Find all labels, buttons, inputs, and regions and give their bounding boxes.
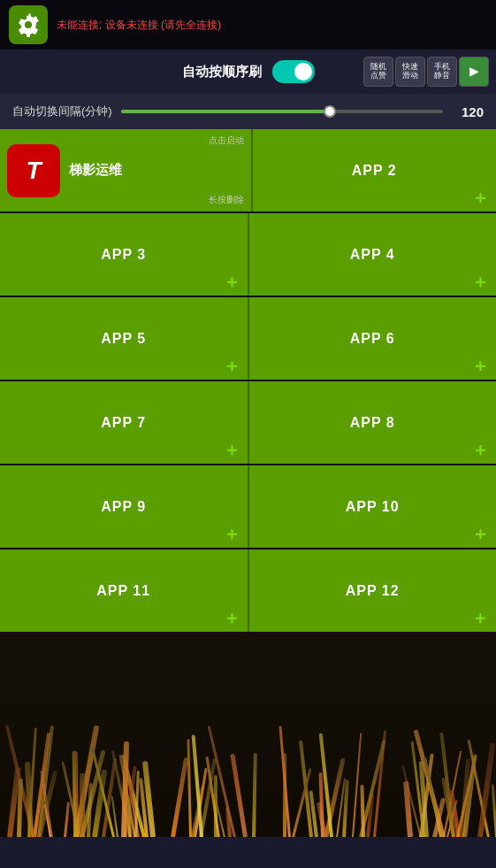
app-row-1: T 梯影运维 点击启动 长按删除 APP 2 ＋ — [0, 129, 496, 213]
fast-btn[interactable]: 快速 滑动 — [395, 57, 425, 87]
app-12-label: APP 12 — [346, 583, 400, 599]
app-row-4: APP 7 ＋ APP 8 ＋ — [0, 381, 496, 465]
app-row-6: APP 11 ＋ APP 12 ＋ — [0, 549, 496, 634]
app-10-label: APP 10 — [346, 499, 400, 515]
app-row-5: APP 9 ＋ APP 10 ＋ — [0, 465, 496, 549]
auto-label: 自动按顺序刷 — [182, 64, 262, 81]
app-4-label: APP 4 — [350, 247, 395, 263]
app-cell-2[interactable]: APP 2 ＋ — [253, 129, 497, 211]
interval-label: 自动切换间隔(分钟) — [12, 104, 112, 119]
app-row-2: APP 3 ＋ APP 4 ＋ — [0, 213, 496, 297]
app-3-label: APP 3 — [101, 247, 146, 263]
tiying-name: 梯影运维 — [69, 162, 122, 179]
app-cell-12[interactable]: APP 12 ＋ — [249, 549, 497, 632]
app-4-add-icon: ＋ — [471, 273, 489, 290]
app-cell-11[interactable]: APP 11 ＋ — [0, 549, 249, 632]
interval-value: 120 — [452, 104, 484, 119]
app-row-3: APP 5 ＋ APP 6 ＋ — [0, 297, 496, 381]
interval-slider[interactable] — [121, 110, 443, 113]
toggle-knob — [294, 63, 312, 81]
app-2-label: APP 2 — [352, 163, 397, 179]
app-cell-6[interactable]: APP 6 ＋ — [249, 297, 497, 380]
action-buttons: 随机 点赞 快速 滑动 手机 静音 ▶ — [363, 57, 489, 87]
app-8-add-icon: ＋ — [471, 441, 489, 458]
connection-status: 未能连接; 设备未连接 (请先全连接) — [57, 18, 487, 33]
auto-bar: 自动按顺序刷 随机 点赞 快速 滑动 手机 静音 ▶ — [0, 50, 496, 94]
gear-icon — [16, 12, 41, 37]
app-cell-7[interactable]: APP 7 ＋ — [0, 381, 249, 464]
slider-thumb — [324, 105, 336, 118]
app-cell-tiying[interactable]: T 梯影运维 点击启动 长按删除 — [0, 129, 253, 211]
auto-toggle[interactable] — [272, 60, 315, 83]
silent-btn[interactable]: 手机 静音 — [427, 57, 457, 87]
app-7-label: APP 7 — [101, 415, 146, 431]
app-10-add-icon: ＋ — [471, 525, 489, 542]
app-5-label: APP 5 — [101, 331, 146, 347]
app-grid: T 梯影运维 点击启动 长按删除 APP 2 ＋ APP 3 ＋ APP 4 ＋ — [0, 129, 496, 634]
top-bar: 未能连接; 设备未连接 (请先全连接) — [0, 0, 496, 50]
app-9-label: APP 9 — [101, 499, 146, 515]
app-cell-10[interactable]: APP 10 ＋ — [249, 465, 497, 548]
app-2-add-icon: ＋ — [471, 188, 489, 206]
app-9-add-icon: ＋ — [223, 525, 240, 542]
tiying-icon: T — [7, 144, 60, 197]
gear-button[interactable] — [9, 5, 48, 44]
random-btn[interactable]: 随机 点赞 — [363, 57, 393, 87]
click-hint: 点击启动 — [209, 134, 244, 147]
delete-hint: 长按删除 — [209, 194, 244, 206]
slider-fill — [121, 110, 331, 113]
app-8-label: APP 8 — [350, 415, 395, 431]
app-cell-4[interactable]: APP 4 ＋ — [249, 213, 497, 296]
app-3-add-icon: ＋ — [223, 273, 240, 290]
app-6-add-icon: ＋ — [471, 357, 489, 374]
app-12-add-icon: ＋ — [471, 609, 489, 626]
app-11-label: APP 11 — [96, 583, 150, 599]
interval-bar: 自动切换间隔(分钟) 120 — [0, 94, 496, 129]
main-content: 未能连接; 设备未连接 (请先全连接) 自动按顺序刷 随机 点赞 快速 滑动 手… — [0, 0, 496, 837]
app-cell-8[interactable]: APP 8 ＋ — [249, 381, 497, 464]
app-5-add-icon: ＋ — [223, 357, 240, 374]
play-btn[interactable]: ▶ — [459, 57, 489, 87]
app-7-add-icon: ＋ — [223, 441, 240, 458]
grass-container — [0, 713, 496, 837]
app-cell-9[interactable]: APP 9 ＋ — [0, 465, 249, 548]
scenery-background — [0, 634, 496, 837]
app-11-add-icon: ＋ — [223, 609, 240, 626]
app-cell-3[interactable]: APP 3 ＋ — [0, 213, 249, 296]
app-cell-5[interactable]: APP 5 ＋ — [0, 297, 249, 380]
app-6-label: APP 6 — [350, 331, 395, 347]
